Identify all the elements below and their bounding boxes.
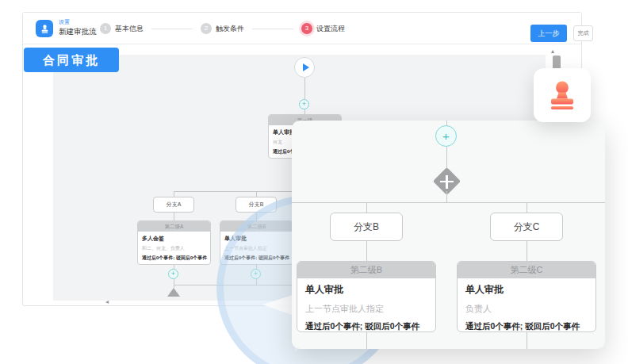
approver: 和二、何龙、负责人	[142, 245, 206, 252]
branch-node-b[interactable]: 分支B	[330, 213, 403, 241]
connector-line	[366, 241, 367, 261]
start-node[interactable]	[294, 57, 315, 78]
approver: 负责人	[465, 303, 588, 315]
connector-line	[446, 191, 447, 202]
step-set-flow[interactable]: 3 设置流程	[301, 23, 345, 34]
card-body: 单人审批 负责人 通过后0个事件; 驳回后0个事件	[458, 278, 595, 332]
add-node-button[interactable]: +	[299, 99, 309, 109]
wizard-steps: 1 基本信息 2 触发条件 3 设置流程	[100, 13, 345, 44]
step-connector	[151, 29, 193, 29]
connector-line	[256, 213, 257, 220]
approver: 上一节点审批人指定	[224, 245, 289, 252]
zoom-preview-panel: + 分支B 分支C 第二级B 单人审批 上一节点审批人指定 通过后0个事件; 驳…	[292, 121, 605, 349]
stamp-card	[534, 68, 591, 122]
connector-line	[366, 332, 367, 349]
app-subtitle: 设置	[59, 18, 70, 26]
card-body: 单人审批 上一节点审批人指定 通过后0个事件; 驳回后0个事件	[297, 278, 435, 332]
connector-line	[174, 191, 174, 197]
finish-button[interactable]: 完成	[573, 25, 593, 41]
scroll-up-icon[interactable]: ▴	[551, 48, 554, 55]
branch-merge-line	[174, 285, 293, 285]
previous-step-button[interactable]: 上一步	[530, 25, 567, 42]
events-summary: 通过后0个事件; 驳回后0个事件	[224, 255, 289, 262]
step-number: 1	[100, 23, 111, 34]
branch-node-a[interactable]: 分支A	[153, 197, 194, 213]
branch-node-b[interactable]: 分支B	[236, 197, 277, 213]
connector-line	[446, 147, 447, 168]
add-node-button[interactable]: +	[168, 269, 178, 279]
add-node-button[interactable]: +	[251, 269, 261, 279]
step-trigger-condition[interactable]: 2 触发条件	[201, 23, 244, 34]
step-label: 基本信息	[115, 24, 144, 34]
approval-card-level2c[interactable]: 第二级C 单人审批 负责人 通过后0个事件; 驳回后0个事件	[457, 261, 596, 332]
connector-line	[527, 202, 527, 213]
approval-type: 多人会签	[142, 235, 206, 243]
events-summary: 通过后0个事件; 驳回后0个事件	[305, 321, 427, 332]
connector-line	[527, 332, 527, 349]
approval-card-level2b[interactable]: 第二级B 单人审批 上一节点审批人指定 通过后0个事件; 驳回后0个事件	[220, 220, 293, 265]
merge-arrow-icon	[167, 288, 180, 297]
play-icon	[303, 63, 309, 71]
step-number: 2	[201, 23, 212, 34]
step-connector	[252, 29, 293, 29]
events-summary: 通过后0个事件; 驳回后0个事件	[465, 321, 588, 332]
window-topbar: 设置 新建审批流 1 基本信息 2 触发条件 3 设置流程 上一步	[23, 13, 581, 44]
app-stamp-icon	[36, 20, 53, 37]
connector-line	[256, 279, 257, 285]
approval-type: 单人审批	[224, 235, 289, 243]
events-summary: 通过后0个事件; 驳回后0个事件	[142, 255, 206, 262]
step-label: 触发条件	[216, 24, 244, 34]
add-node-button[interactable]: +	[435, 125, 457, 147]
step-number: 3	[301, 23, 312, 34]
connector-line	[174, 213, 174, 220]
approver: 上一节点审批人指定	[305, 303, 427, 315]
connector-line	[366, 202, 367, 213]
card-header: 第二级B	[297, 262, 435, 278]
card-header: 第二级B	[220, 221, 293, 232]
step-label: 设置流程	[316, 24, 345, 34]
connector-line	[174, 279, 174, 285]
branch-split-line	[292, 202, 605, 203]
card-header: 第二级C	[458, 262, 595, 278]
page: 设置 新建审批流 1 基本信息 2 触发条件 3 设置流程 上一步	[0, 0, 628, 364]
card-body: 多人会签 和二、何龙、负责人 通过后0个事件; 驳回后0个事件	[138, 232, 210, 264]
flow-name-tag: 合同审批	[24, 48, 119, 72]
branch-node-c[interactable]: 分支C	[490, 213, 563, 241]
connector-line	[527, 241, 527, 261]
connector-line	[256, 191, 257, 197]
approval-type: 单人审批	[305, 283, 427, 297]
gateway-plus-icon	[446, 175, 448, 189]
approval-card-level2a[interactable]: 第二级A 多人会签 和二、何龙、负责人 通过后0个事件; 驳回后0个事件	[137, 220, 211, 265]
connector-line	[304, 78, 305, 99]
app-title: 新建审批流	[59, 27, 97, 37]
card-body: 单人审批 上一节点审批人指定 通过后0个事件; 驳回后0个事件	[220, 232, 293, 264]
card-header: 第二级A	[138, 221, 210, 232]
stamp-glyph	[40, 24, 50, 34]
scroll-left-icon[interactable]: ◂	[105, 298, 109, 305]
step-basic-info[interactable]: 1 基本信息	[100, 23, 144, 34]
approval-type: 单人审批	[465, 283, 588, 297]
approval-card-level2b[interactable]: 第二级B 单人审批 上一节点审批人指定 通过后0个事件; 驳回后0个事件	[297, 261, 436, 332]
stamp-icon	[546, 79, 579, 112]
